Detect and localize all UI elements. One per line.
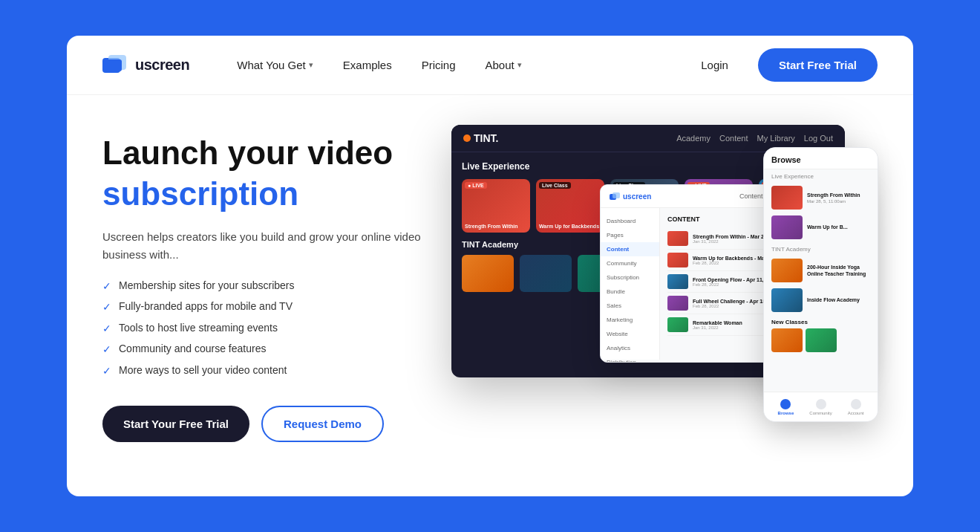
hero-headline-line2: subscription <box>102 175 422 213</box>
admin-logo: uscreen <box>610 192 651 201</box>
feature-item-2: ✓ Fully-branded apps for mobile and TV <box>102 299 422 315</box>
chevron-down-icon-2: ▾ <box>517 60 522 70</box>
login-button[interactable]: Login <box>689 53 740 77</box>
browse-card-3: 200-Hour Inside Yoga Online Teacher Trai… <box>764 256 878 285</box>
browse-nav-icon <box>780 399 791 409</box>
sidebar-distribution[interactable]: Distribution <box>601 355 659 363</box>
browse-card-1: Strength From Within Mar 28, 5, 11:00am <box>764 183 878 213</box>
feature-item-4: ✓ Community and course features <box>102 342 422 357</box>
feature-list: ✓ Membership sites for your subscribers … <box>102 279 422 379</box>
bottom-nav-community-label: Community <box>809 411 832 415</box>
nav-item-examples[interactable]: Examples <box>331 53 404 77</box>
chevron-down-icon: ▾ <box>309 60 313 70</box>
tint-nav-library: My Library <box>757 134 795 143</box>
admin-logo-icon <box>610 192 620 200</box>
sidebar-analytics[interactable]: Analytics <box>601 341 659 355</box>
video-title-2: Warm Up for Backbends <box>539 224 601 230</box>
thumb-1 <box>667 231 688 246</box>
logo-area[interactable]: uscreen <box>102 55 189 76</box>
bottom-nav-account-label: Account <box>848 411 864 415</box>
thumb-4 <box>667 296 688 311</box>
browse-title-4: Inside Flow Academy <box>807 296 870 303</box>
browse-header: Browse <box>764 148 878 169</box>
browse-info-4: Inside Flow Academy <box>807 296 870 303</box>
tint-nav-content: Content <box>719 134 748 143</box>
bottom-nav-browse-label: Browse <box>778 411 794 415</box>
browse-info-2: Warm Up for B... <box>807 224 870 230</box>
new-class-thumb-2 <box>806 328 837 352</box>
nav-links: What You Get ▾ Examples Pricing About ▾ <box>225 53 689 77</box>
browse-card-2: Warm Up for B... <box>764 213 878 242</box>
thumb-2 <box>667 253 688 267</box>
hero-right: TINT. Academy Content My Library Log Out… <box>451 125 878 452</box>
live-badge-1: ● LIVE <box>465 182 487 189</box>
browse-thumb-1 <box>771 186 803 210</box>
browse-info-3: 200-Hour Inside Yoga Online Teacher Trai… <box>807 264 870 277</box>
uscreen-logo-icon <box>102 55 129 76</box>
browse-title-3: 200-Hour Inside Yoga Online Teacher Trai… <box>807 264 870 277</box>
logo-text: uscreen <box>135 56 189 74</box>
sidebar-community[interactable]: Community <box>601 256 659 270</box>
start-free-trial-button[interactable]: Start Free Trial <box>758 48 878 82</box>
start-free-trial-hero-button[interactable]: Start Your Free Trial <box>102 406 249 442</box>
request-demo-button[interactable]: Request Demo <box>261 406 384 442</box>
video-card-2: Live Class Warm Up for Backbends <box>536 179 604 233</box>
nav-item-what-you-get[interactable]: What You Get ▾ <box>225 53 325 77</box>
browse-live-label: Live Experience <box>764 169 878 183</box>
tint-logo: TINT. <box>463 132 498 144</box>
screenshot-container: TINT. Academy Content My Library Log Out… <box>451 125 878 452</box>
feature-item-3: ✓ Tools to host live streaming events <box>102 321 422 337</box>
browse-academy-label: TINT Academy <box>764 242 878 256</box>
sidebar-website[interactable]: Website <box>601 327 659 341</box>
sidebar-marketing[interactable]: Marketing <box>601 313 659 327</box>
video-title-1: Strength From Within <box>465 224 527 230</box>
bottom-nav-browse[interactable]: Browse <box>778 399 794 415</box>
browse-title-1: Strength From Within <box>807 192 870 198</box>
check-icon-1: ✓ <box>102 279 111 294</box>
tint-nav-logout: Log Out <box>804 134 833 143</box>
browse-title-2: Warm Up for B... <box>807 224 870 230</box>
feature-item-1: ✓ Membership sites for your subscribers <box>102 279 422 294</box>
check-icon-3: ✓ <box>102 322 111 337</box>
browse-thumb-3 <box>771 259 803 282</box>
sidebar-subscription[interactable]: Subscription <box>601 270 659 285</box>
sidebar-content[interactable]: Content <box>601 242 659 256</box>
new-class-thumb-1 <box>771 328 803 352</box>
sidebar-dashboard[interactable]: Dashboard <box>601 214 659 228</box>
browse-screen: Browse Live Experience Strength From Wit… <box>763 147 878 422</box>
thumb-5 <box>667 317 688 332</box>
main-card: uscreen What You Get ▾ Examples Pricing … <box>67 36 913 496</box>
bottom-nav-community[interactable]: Community <box>809 399 832 415</box>
tint-nav-links: Academy Content My Library Log Out <box>676 134 833 143</box>
browse-card-4: Inside Flow Academy <box>764 285 878 315</box>
svg-rect-2 <box>105 59 122 71</box>
browse-thumb-2 <box>771 215 803 239</box>
hero-left: Launch your video subscription Uscreen h… <box>102 134 422 441</box>
sidebar-bundle[interactable]: Bundle <box>601 285 659 299</box>
hero-subtext: Uscreen helps creators like you build an… <box>102 228 422 264</box>
hero-section: Launch your video subscription Uscreen h… <box>67 95 913 481</box>
sidebar-sales[interactable]: Sales <box>601 299 659 313</box>
nav-item-about[interactable]: About ▾ <box>474 53 534 77</box>
nav-right: Login Start Free Trial <box>689 48 878 82</box>
live-badge-2: Live Class <box>539 182 571 189</box>
check-icon-4: ✓ <box>102 343 111 357</box>
browse-new-thumbs <box>764 328 878 355</box>
course-card-2 <box>520 255 572 292</box>
hero-buttons: Start Your Free Trial Request Demo <box>102 406 422 442</box>
admin-sidebar: Dashboard Pages Content Community Subscr… <box>601 208 660 360</box>
check-icon-5: ✓ <box>102 364 111 379</box>
thumb-3 <box>667 274 688 289</box>
hero-headline-line1: Launch your video <box>102 134 422 172</box>
course-card-1 <box>462 255 514 292</box>
video-card-1: ● LIVE Strength From Within <box>462 179 530 233</box>
browse-info-1: Strength From Within Mar 28, 5, 11:00am <box>807 192 870 203</box>
nav-item-pricing[interactable]: Pricing <box>410 53 468 77</box>
bottom-nav-account[interactable]: Account <box>848 399 864 415</box>
account-nav-icon <box>851 399 861 409</box>
feature-item-5: ✓ More ways to sell your video content <box>102 363 422 379</box>
browse-thumb-4 <box>771 288 803 312</box>
check-icon-2: ✓ <box>102 300 111 315</box>
sidebar-pages[interactable]: Pages <box>601 228 659 242</box>
browse-new-classes-label: New Classes <box>764 315 878 328</box>
